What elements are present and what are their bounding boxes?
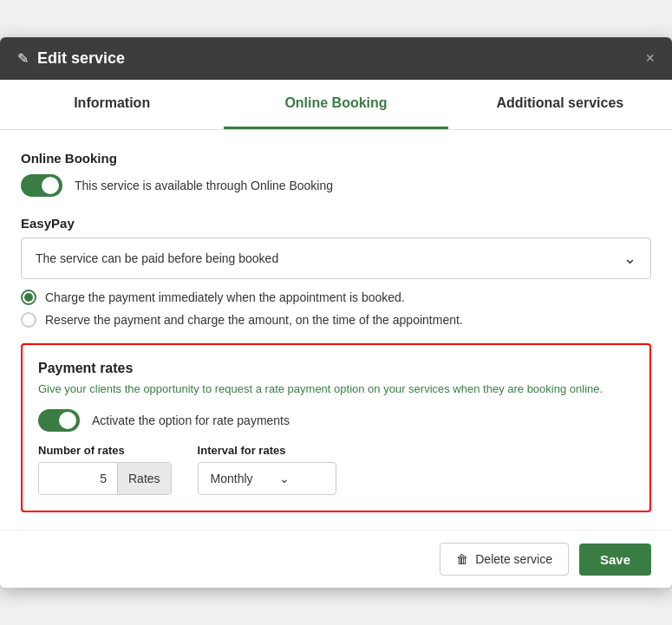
radio-label-charge: Charge the payment immediately when the … <box>45 290 405 304</box>
interval-chevron-icon: ⌄ <box>279 472 290 485</box>
radio-charge-immediately[interactable]: Charge the payment immediately when the … <box>21 290 651 305</box>
radio-circle-charge <box>21 290 36 305</box>
easypay-select-value: The service can be paid before being boo… <box>36 251 278 265</box>
rates-fields: Number of rates Rates Interval for rates… <box>38 444 634 495</box>
radio-reserve-payment[interactable]: Reserve the payment and charge the amoun… <box>21 312 651 328</box>
close-icon[interactable]: × <box>645 49 655 68</box>
chevron-down-icon: ⌄ <box>623 249 636 268</box>
modal-footer: 🗑 Delete service Save <box>0 530 672 588</box>
tab-online-booking[interactable]: Online Booking <box>224 80 447 129</box>
modal-title: Edit service <box>37 49 125 68</box>
payment-rates-title: Payment rates <box>38 361 634 376</box>
number-of-rates-label: Number of rates <box>38 444 172 457</box>
online-booking-label: Online Booking <box>21 151 651 166</box>
interval-select[interactable]: Monthly ⌄ <box>198 462 336 495</box>
radio-label-reserve: Reserve the payment and charge the amoun… <box>45 313 463 327</box>
pencil-icon: ✎ <box>17 50 29 67</box>
online-booking-toggle-row: This service is available through Online… <box>21 174 651 197</box>
rate-payments-toggle[interactable] <box>38 409 80 432</box>
modal-body: Online Booking This service is available… <box>0 130 672 530</box>
interval-select-value: Monthly <box>211 472 253 485</box>
payment-radio-group: Charge the payment immediately when the … <box>21 290 651 328</box>
tab-additional-services[interactable]: Additional services <box>448 80 672 129</box>
modal-header: ✎ Edit service × <box>0 37 672 80</box>
tab-information[interactable]: Information <box>0 80 224 129</box>
interval-for-rates-group: Interval for rates Monthly ⌄ <box>198 444 336 495</box>
tabs-bar: Information Online Booking Additional se… <box>0 80 672 130</box>
delete-service-button[interactable]: 🗑 Delete service <box>440 543 569 576</box>
modal-header-left: ✎ Edit service <box>17 49 125 68</box>
number-rates-input-group: Rates <box>38 462 172 495</box>
edit-service-modal: ✎ Edit service × Information Online Book… <box>0 37 672 588</box>
trash-icon: 🗑 <box>456 552 468 566</box>
number-of-rates-group: Number of rates Rates <box>38 444 172 495</box>
easypay-select[interactable]: The service can be paid before being boo… <box>21 238 651 279</box>
easypay-label: EasyPay <box>21 216 651 231</box>
payment-rates-description: Give your clients the opportunity to req… <box>38 381 634 397</box>
number-of-rates-input[interactable] <box>39 463 117 494</box>
rates-suffix: Rates <box>117 463 171 494</box>
delete-service-label: Delete service <box>475 552 552 566</box>
rate-payments-toggle-row: Activate the option for rate payments <box>38 409 634 432</box>
save-button[interactable]: Save <box>579 544 651 576</box>
online-booking-toggle-label: This service is available through Online… <box>75 179 333 192</box>
online-booking-toggle[interactable] <box>21 174 62 197</box>
payment-rates-box: Payment rates Give your clients the oppo… <box>21 343 651 512</box>
interval-for-rates-label: Interval for rates <box>198 444 336 457</box>
rate-payments-toggle-label: Activate the option for rate payments <box>92 413 290 427</box>
radio-circle-reserve <box>21 312 36 328</box>
